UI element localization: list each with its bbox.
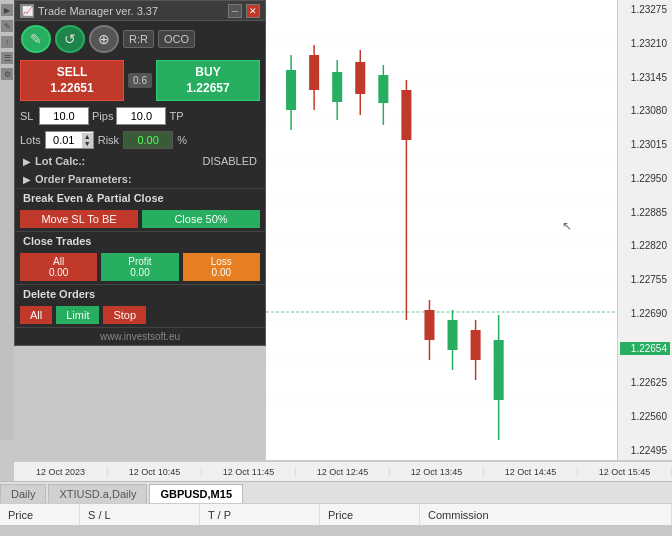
price-1: 1.23275: [620, 4, 670, 15]
close-loss-label: Loss: [189, 256, 254, 267]
close-profit-label: Profit: [107, 256, 172, 267]
buy-button[interactable]: BUY 1.22657: [156, 60, 260, 101]
svg-rect-22: [401, 90, 411, 140]
sidebar-icon-4[interactable]: ☰: [1, 52, 13, 64]
lots-input[interactable]: [46, 132, 82, 148]
panel-icon: 📈: [20, 4, 34, 18]
table-col-tp: T / P: [200, 504, 320, 525]
lots-row: Lots ▲ ▼ Risk %: [15, 128, 265, 152]
left-sidebar: ▶ ✎ ↑ ☰ ⚙: [0, 0, 14, 440]
toolbar-icon-add[interactable]: ⊕: [89, 25, 119, 53]
svg-rect-26: [448, 320, 458, 350]
candle-chart: ↖: [266, 0, 617, 460]
sl-label: SL: [20, 110, 36, 122]
close-loss-button[interactable]: Loss 0.00: [183, 253, 260, 281]
risk-input[interactable]: [123, 131, 173, 149]
move-sl-button[interactable]: Move SL To BE: [20, 210, 138, 228]
price-11: 1.22625: [620, 377, 670, 388]
close-all-button[interactable]: All 0.00: [20, 253, 97, 281]
title-controls: ─ ✕: [228, 4, 260, 18]
lots-down-arrow[interactable]: ▼: [82, 140, 93, 148]
price-highlighted: 1.22654: [620, 342, 670, 355]
lot-calc-label: Lot Calc.:: [35, 155, 85, 167]
break-even-header: Break Even & Partial Close: [15, 188, 265, 207]
footer-text: www.investsoft.eu: [100, 331, 180, 342]
del-stop-button[interactable]: Stop: [103, 306, 146, 324]
table-col-sl: S / L: [80, 504, 200, 525]
svg-rect-30: [494, 340, 504, 400]
lots-label: Lots: [20, 134, 41, 146]
price-6: 1.22950: [620, 173, 670, 184]
tab-gbpusd[interactable]: GBPUSD,M15: [149, 484, 243, 503]
table-col-price2: Price: [320, 504, 420, 525]
panel-title: Trade Manager ver. 3.37: [38, 5, 158, 17]
close-trades-header: Close Trades: [15, 231, 265, 250]
sell-label: SELL: [29, 65, 115, 81]
price-8: 1.22820: [620, 240, 670, 251]
time-7: 12 Oct 15:45: [578, 467, 672, 477]
time-2: 12 Oct 10:45: [108, 467, 202, 477]
sidebar-icon-1[interactable]: ▶: [1, 4, 13, 16]
minimize-button[interactable]: ─: [228, 4, 242, 18]
tp-input[interactable]: [116, 107, 166, 125]
tab-bar: Daily XTIUSD.a,Daily GBPUSD,M15: [0, 481, 672, 503]
sltp-row: SL Pips TP: [15, 104, 265, 128]
order-params-label: Order Parameters:: [35, 173, 132, 185]
tab-xtiusd[interactable]: XTIUSD.a,Daily: [48, 484, 147, 503]
del-all-button[interactable]: All: [20, 306, 52, 324]
sidebar-icon-5[interactable]: ⚙: [1, 68, 13, 80]
price-10: 1.22690: [620, 308, 670, 319]
price-axis: 1.23275 1.23210 1.23145 1.23080 1.23015 …: [617, 0, 672, 460]
delete-orders-label: Delete Orders: [23, 288, 95, 300]
sidebar-icon-2[interactable]: ✎: [1, 20, 13, 32]
risk-label: Risk: [98, 134, 119, 146]
rr-button[interactable]: R:R: [123, 30, 154, 48]
svg-rect-14: [309, 55, 319, 90]
col-header-commission: Commission: [428, 509, 489, 521]
bottom-table-header: Price S / L T / P Price Commission: [0, 503, 672, 525]
oco-button[interactable]: OCO: [158, 30, 195, 48]
lot-calc-value: DISABLED: [203, 155, 257, 167]
close-all-value: 0.00: [26, 267, 91, 278]
price-9: 1.22755: [620, 274, 670, 285]
col-header-price: Price: [8, 509, 33, 521]
trade-panel: 📈 Trade Manager ver. 3.37 ─ ✕ ✎ ↺ ⊕ R:R …: [14, 0, 266, 346]
buy-price: 1.22657: [165, 81, 251, 97]
panel-titlebar: 📈 Trade Manager ver. 3.37 ─ ✕: [15, 1, 265, 21]
order-params-arrow: ▶: [23, 174, 31, 185]
svg-text:↖: ↖: [562, 219, 572, 233]
svg-rect-16: [332, 72, 342, 102]
price-13: 1.22495: [620, 445, 670, 456]
close-button[interactable]: ✕: [246, 4, 260, 18]
sell-button[interactable]: SELL 1.22651: [20, 60, 124, 101]
del-limit-button[interactable]: Limit: [56, 306, 99, 324]
pct-label: %: [177, 134, 187, 146]
delete-orders-header: Delete Orders: [15, 284, 265, 303]
tab-daily[interactable]: Daily: [0, 484, 46, 503]
chart-area[interactable]: ↖ 1.23275 1.23210 1.23145 1.23080 1.2301…: [266, 0, 672, 460]
close-profit-button[interactable]: Profit 0.00: [101, 253, 178, 281]
sl-input[interactable]: [39, 107, 89, 125]
order-params-row: ▶ Order Parameters:: [15, 170, 265, 188]
sidebar-icon-3[interactable]: ↑: [1, 36, 13, 48]
lots-up-arrow[interactable]: ▲: [82, 133, 93, 141]
price-4: 1.23080: [620, 105, 670, 116]
time-4: 12 Oct 12:45: [296, 467, 390, 477]
col-header-tp: T / P: [208, 509, 231, 521]
toolbar-icon-refresh[interactable]: ↺: [55, 25, 85, 53]
panel-footer: www.investsoft.eu: [15, 327, 265, 345]
svg-rect-24: [424, 310, 434, 340]
svg-rect-12: [286, 70, 296, 110]
price-7: 1.22885: [620, 207, 670, 218]
titlebar-left: 📈 Trade Manager ver. 3.37: [20, 4, 158, 18]
time-1: 12 Oct 2023: [14, 467, 108, 477]
price-2: 1.23210: [620, 38, 670, 49]
lot-calc-arrow: ▶: [23, 156, 31, 167]
time-3: 12 Oct 11:45: [202, 467, 296, 477]
price-12: 1.22560: [620, 411, 670, 422]
close-all-label: All: [26, 256, 91, 267]
close50-button[interactable]: Close 50%: [142, 210, 260, 228]
toolbar-icon-edit[interactable]: ✎: [21, 25, 51, 53]
spread-badge: 0.6: [128, 73, 152, 88]
close-loss-value: 0.00: [189, 267, 254, 278]
